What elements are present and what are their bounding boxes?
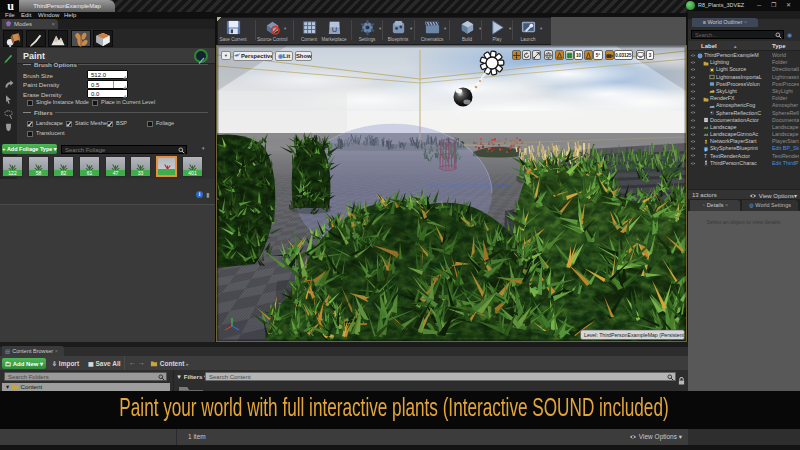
svg-text:β: β bbox=[705, 146, 707, 151]
svg-text:Level: ThirdPersonExampleMap: Level: ThirdPersonExampleMap (Persistent… bbox=[584, 332, 686, 338]
svg-text:U: U bbox=[331, 25, 336, 34]
svg-text:T: T bbox=[704, 154, 707, 159]
